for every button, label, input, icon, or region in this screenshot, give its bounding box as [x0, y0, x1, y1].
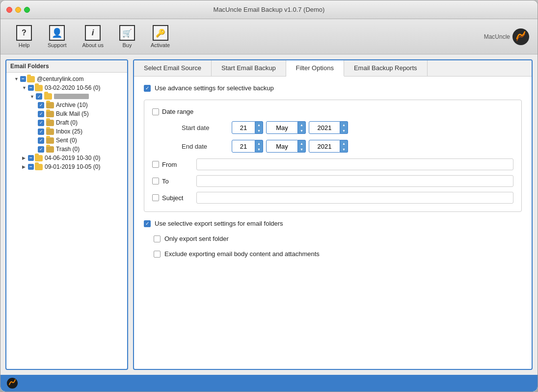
only-sent-row: Only export sent folder	[154, 235, 522, 242]
tree-folder-2[interactable]: ▶ − 04-06-2019 10-30 (0)	[6, 154, 127, 162]
minimize-button[interactable]	[15, 7, 21, 13]
from-input[interactable]	[196, 158, 513, 170]
start-month-input[interactable]	[266, 121, 298, 134]
tree-archive[interactable]: ✓ Archive (10)	[6, 101, 127, 109]
from-row: From	[152, 158, 513, 170]
start-day-up[interactable]: ▲	[255, 122, 263, 128]
help-icon: ?	[16, 25, 32, 41]
tree-inbox[interactable]: ✓ Inbox (25)	[6, 127, 127, 136]
end-year-input[interactable]	[309, 140, 340, 153]
end-year-up[interactable]: ▲	[340, 140, 348, 146]
end-day-down[interactable]: ▼	[255, 146, 263, 152]
tree-folder-1[interactable]: ▼ − 03-02-2020 10-56 (0)	[6, 83, 127, 92]
advance-settings-checkbox[interactable]: ✓	[144, 85, 151, 92]
end-month-down[interactable]: ▼	[298, 146, 305, 152]
start-date-spinners: ▲ ▼ ▲ ▼	[232, 121, 348, 134]
maximize-button[interactable]	[24, 7, 30, 13]
checkbox[interactable]: ✓	[38, 102, 44, 108]
end-month-up[interactable]: ▲	[298, 140, 305, 146]
checkbox[interactable]: ✓	[38, 129, 44, 135]
tab-bar: Select Email Source Start Email Backup F…	[134, 60, 532, 77]
about-label: About us	[82, 42, 104, 48]
from-checkbox[interactable]	[152, 161, 159, 168]
start-day-btns: ▲ ▼	[255, 121, 263, 134]
sent-label: Sent (0)	[56, 137, 77, 144]
tab-filter-options[interactable]: Filter Options	[286, 60, 344, 77]
end-date-spinners: ▲ ▼ ▲ ▼	[232, 140, 348, 153]
exclude-body-row: Exclude exporting email body content and…	[154, 250, 522, 258]
tree-bulk-mail[interactable]: ✓ Bulk Mail (5)	[6, 109, 127, 118]
activate-button[interactable]: 🔑 Activate	[143, 23, 178, 50]
help-button[interactable]: ? Help	[8, 23, 40, 50]
end-day-input[interactable]	[232, 140, 255, 153]
checkbox[interactable]: ✓	[36, 93, 42, 100]
date-range-checkbox[interactable]	[152, 108, 159, 115]
subject-check-label: Subject	[152, 194, 191, 202]
checkbox[interactable]: ✓	[38, 111, 44, 117]
start-month-down[interactable]: ▼	[298, 128, 305, 133]
checkbox[interactable]: ✓	[38, 137, 44, 144]
right-panel: Select Email Source Start Email Backup F…	[133, 59, 533, 370]
close-button[interactable]	[6, 7, 12, 13]
folder-icon	[46, 146, 54, 153]
to-checkbox[interactable]	[152, 178, 159, 184]
subfolder-label: ██████████	[54, 94, 89, 99]
end-date-row: End date ▲ ▼	[182, 140, 513, 153]
start-day-input[interactable]	[232, 121, 255, 134]
start-day-down[interactable]: ▼	[255, 128, 263, 133]
bulk-mail-label: Bulk Mail (5)	[56, 110, 89, 117]
filter-options-content: ✓ Use advance settings for selective bac…	[134, 77, 532, 369]
about-button[interactable]: i About us	[75, 23, 111, 50]
tree-folder-3[interactable]: ▶ − 09-01-2019 10-05 (0)	[6, 162, 127, 171]
expand-icon: ▼	[14, 77, 20, 81]
sidebar: Email Folders ▼ − @centurylink.com ▼ −	[5, 59, 128, 370]
subject-input[interactable]	[196, 192, 513, 204]
tree-sent[interactable]: ✓ Sent (0)	[6, 136, 127, 145]
end-month-input[interactable]	[266, 140, 298, 153]
start-year-spinner: ▲ ▼	[309, 121, 348, 134]
to-input[interactable]	[196, 175, 513, 187]
start-year-btns: ▲ ▼	[340, 121, 348, 134]
exclude-body-checkbox[interactable]	[154, 251, 161, 258]
from-label: From	[162, 161, 177, 168]
tree-draft[interactable]: ✓ Draft (0)	[6, 118, 127, 127]
folder-icon	[35, 164, 43, 170]
folder-icon	[46, 111, 54, 117]
buy-label: Buy	[122, 42, 132, 48]
support-button[interactable]: 👤 Support	[40, 23, 75, 50]
buy-button[interactable]: 🛒 Buy	[111, 23, 143, 50]
tree-trash[interactable]: ✓ Trash (0)	[6, 145, 127, 154]
end-year-btns: ▲ ▼	[340, 140, 348, 153]
minus-icon: −	[20, 76, 26, 82]
subject-checkbox[interactable]	[152, 194, 159, 201]
selective-export-checkbox[interactable]: ✓	[144, 220, 151, 227]
only-sent-checkbox[interactable]	[154, 235, 161, 242]
folder-icon	[46, 102, 54, 108]
bottom-logo	[6, 377, 18, 389]
end-day-up[interactable]: ▲	[255, 140, 263, 146]
tab-start-backup[interactable]: Start Email Backup	[212, 60, 286, 76]
tab-select-source[interactable]: Select Email Source	[134, 60, 212, 76]
advance-settings-label: Use advance settings for selective backu…	[155, 84, 274, 92]
folder-icon	[35, 85, 43, 91]
tab-backup-reports[interactable]: Email Backup Reports	[344, 60, 428, 76]
folder-icon	[35, 155, 43, 161]
expand-icon: ▶	[22, 156, 28, 160]
svg-point-1	[7, 378, 18, 389]
selective-export-row: ✓ Use selective export settings for emai…	[144, 220, 522, 227]
tree-account[interactable]: ▼ − @centurylink.com	[6, 75, 127, 83]
start-year-down[interactable]: ▼	[340, 128, 348, 133]
help-label: Help	[19, 42, 30, 48]
activate-icon: 🔑	[153, 25, 168, 41]
date-range-row: Date range	[152, 108, 513, 115]
start-year-input[interactable]	[309, 121, 340, 134]
end-year-down[interactable]: ▼	[340, 146, 348, 152]
advance-settings-row: ✓ Use advance settings for selective bac…	[144, 84, 522, 92]
tree-subfolder[interactable]: ▼ ✓ ██████████	[6, 92, 127, 101]
checkbox[interactable]: ✓	[38, 146, 44, 153]
start-year-up[interactable]: ▲	[340, 122, 348, 128]
start-month-up[interactable]: ▲	[298, 122, 305, 128]
to-label: To	[162, 178, 169, 185]
checkbox[interactable]: ✓	[38, 120, 44, 126]
end-day-btns: ▲ ▼	[255, 140, 263, 153]
